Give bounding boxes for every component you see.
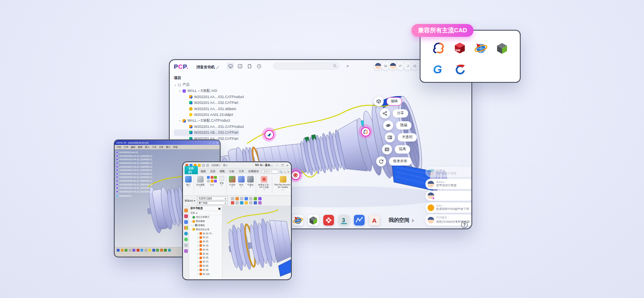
navigator-row[interactable]: ✓ 体 (2): [189, 240, 222, 244]
project-tree-item[interactable]: W202201 AA01 23.sldprt: [174, 112, 239, 118]
action-restore-all[interactable]: 恢复所有: [376, 156, 411, 166]
tool-icon[interactable]: [254, 201, 257, 204]
restore-icon[interactable]: [376, 156, 386, 166]
redo-icon[interactable]: [198, 164, 201, 167]
action-hide[interactable]: 隐藏: [383, 120, 411, 130]
action-semitransparent[interactable]: 半透明: [385, 132, 417, 142]
selection-scope-select[interactable]: 整个装配▾: [197, 201, 228, 205]
tool-icon[interactable]: [231, 197, 234, 200]
close-icon[interactable]: ✕: [216, 142, 218, 144]
action-label[interactable]: 编辑: [387, 97, 402, 106]
action-label[interactable]: 恢复所有: [389, 157, 411, 166]
more-icon[interactable]: [219, 176, 224, 181]
navigator-column-header[interactable]: 名称 ▲: [189, 211, 222, 215]
blue-graph-app-icon[interactable]: [354, 215, 365, 226]
my-space-link[interactable]: 我的空间: [389, 217, 409, 224]
project-tree-item[interactable]: W202201 AA…031.sldasm: [174, 106, 239, 112]
catia-tree-item[interactable]: AG10000026 AA.01 (1000000.1): [116, 154, 152, 158]
toolbar-icon[interactable]: [164, 249, 167, 252]
ribbon-window-group[interactable]: 窗口▾: [184, 175, 192, 195]
project-tree-item[interactable]: W202201 AA…031.CATProduct: [174, 94, 239, 100]
ribbon-tab[interactable]: 渲染: [208, 169, 218, 174]
resource-icon[interactable]: [184, 249, 188, 253]
navigator-row[interactable]: ✓ 体 (9): [189, 268, 222, 272]
ribbon-tab[interactable]: 工具: [237, 169, 246, 174]
project-tree-item[interactable]: ▾ WALL – E装配.AGI: [174, 88, 239, 94]
document-icon[interactable]: [246, 62, 253, 70]
catia-tree-item[interactable]: AG2000019 AA.01: [116, 151, 152, 154]
maximize-icon[interactable]: □: [213, 142, 214, 144]
resource-icon[interactable]: [184, 214, 188, 218]
view-icon[interactable]: [214, 180, 217, 183]
resource-icon[interactable]: [184, 243, 188, 247]
minimize-icon[interactable]: —: [276, 164, 279, 166]
selection-filter-select[interactable]: 无选择过滤器▾: [197, 197, 228, 200]
visibility-icon[interactable]: [229, 176, 235, 183]
menu-item[interactable]: 工具: [152, 146, 156, 149]
check-icon[interactable]: ✓: [197, 269, 199, 271]
check-icon[interactable]: ✓: [197, 244, 199, 247]
catia-tree-item[interactable]: AG20000103 AA.01 (3000000.1): [116, 186, 152, 190]
catia-tree-item[interactable]: AG20000011 AA.01 (1602000.1): [116, 168, 152, 172]
action-isolate[interactable]: 隔离: [382, 144, 410, 154]
ribbon-visibility[interactable]: 可见性▾: [228, 175, 236, 195]
check-icon[interactable]: ✓: [197, 232, 199, 235]
notification-item[interactable]: Carr : 在虚拟件XX问题中@了你: [425, 202, 472, 213]
toolbar-icon[interactable]: [140, 249, 143, 252]
search-input[interactable]: [274, 64, 333, 68]
search-bar[interactable]: [273, 62, 339, 70]
toolbar-icon[interactable]: [117, 249, 120, 252]
check-icon[interactable]: ✓: [197, 236, 199, 239]
navigator-row[interactable]: ✓ 体 (1): [189, 236, 222, 240]
tree-expander[interactable]: ▾: [179, 119, 183, 122]
action-label[interactable]: 隔离: [395, 145, 410, 154]
nx-titlebar[interactable]: 切换窗口 窗口 NX 11 - 基本… — ❐ ✕: [183, 162, 291, 168]
toolbar-icon[interactable]: [148, 249, 151, 252]
toolbar-icon[interactable]: [121, 249, 124, 252]
tree-expander[interactable]: ▾: [179, 89, 183, 92]
action-edit[interactable]: 编辑: [374, 96, 402, 106]
project-tree-item[interactable]: ▾ 产品: [174, 82, 239, 88]
tool-icon[interactable]: [235, 197, 239, 200]
view-icon[interactable]: [207, 180, 210, 183]
menu-item[interactable]: 开始: [117, 146, 121, 149]
project-tree-item[interactable]: W202201 AA…032.CATPart: [174, 100, 239, 106]
command-search[interactable]: 搜索命令: [262, 170, 279, 173]
visualization-icon[interactable]: [247, 176, 254, 183]
toolbar-icon[interactable]: [168, 249, 171, 252]
navigator-row[interactable]: ✓ 体 (3): [189, 244, 222, 248]
tool-icon[interactable]: [235, 201, 239, 204]
ribbon-part-file-security[interactable]: Part File Security - GC Toolkits▾: [274, 175, 291, 195]
style-cube-icon[interactable]: [238, 176, 245, 183]
half-transparent-icon[interactable]: [385, 132, 395, 142]
tool-icon[interactable]: [254, 197, 257, 200]
tool-icon[interactable]: [249, 201, 252, 204]
menu-item[interactable]: 文件: [124, 146, 128, 149]
window-icon[interactable]: [185, 176, 192, 183]
view-icon[interactable]: [207, 176, 210, 179]
avatar[interactable]: P: [396, 62, 404, 70]
tool-icon[interactable]: [258, 201, 262, 204]
action-label[interactable]: 半透明: [398, 133, 417, 142]
action-label[interactable]: 隐藏: [396, 121, 411, 130]
catia-titlebar[interactable]: CATIA V5 - [AG2000019 AA.01] — □ ✕: [115, 140, 220, 145]
tool-icon[interactable]: [240, 197, 243, 200]
nx-viewport[interactable]: [222, 206, 291, 279]
toolbar-icon[interactable]: [132, 249, 135, 252]
resource-icon[interactable]: [184, 238, 188, 241]
collaborator-marker-catia[interactable]: [262, 127, 276, 142]
navigator-row[interactable]: ✓ 体 (10): [189, 272, 222, 276]
annotation-icon[interactable]: [236, 62, 243, 70]
toolbar-icon[interactable]: [137, 249, 139, 252]
project-tree-item[interactable]: W202201 AA…031.CATProduct: [174, 124, 239, 130]
action-share[interactable]: 分享: [380, 108, 408, 118]
catia-tree-applications[interactable]: Applications: [116, 195, 152, 197]
action-label[interactable]: 分享: [393, 109, 408, 118]
share-icon[interactable]: [380, 108, 390, 118]
check-icon[interactable]: ✓: [197, 248, 199, 251]
ribbon-visualization[interactable]: 可视化▾: [246, 175, 255, 195]
copy-icon[interactable]: [206, 164, 209, 167]
avatar-more-count[interactable]: +2: [411, 63, 418, 70]
ribbon-orientation-cluster[interactable]: 方位: [206, 175, 218, 195]
notification-item[interactable]: [425, 191, 472, 201]
